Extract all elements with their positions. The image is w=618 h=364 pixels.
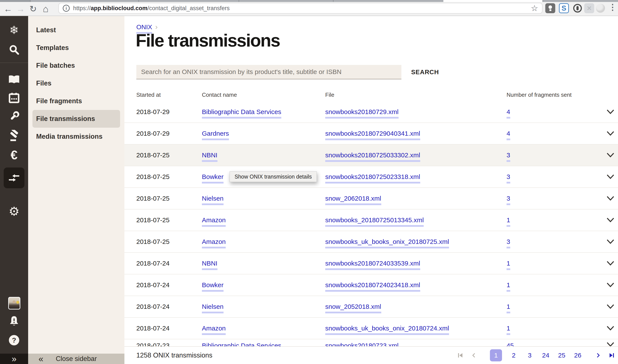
fragments-link[interactable]: 4 [507, 130, 510, 137]
pagination-page[interactable]: 3 [525, 352, 534, 359]
contact-link[interactable]: NBNI [202, 152, 218, 159]
file-link[interactable]: snowbooks_uk_books_onix_20180724.xml [325, 325, 449, 332]
close-sidebar-button[interactable]: « Close sidebar [28, 354, 124, 364]
contact-link[interactable]: Amazon [202, 216, 226, 224]
currency-euro-icon[interactable]: € [0, 148, 28, 161]
file-link[interactable]: snow_2052018.xml [325, 303, 381, 310]
forward-icon[interactable]: → [14, 5, 27, 13]
file-link[interactable]: snow_2062018.xml [325, 195, 381, 202]
reload-icon[interactable]: ↻ [27, 5, 39, 13]
fragments-link[interactable]: 3 [507, 238, 510, 246]
file-link[interactable]: snowbooks20180724023418.xml [325, 281, 420, 289]
contact-link[interactable]: Bibliographic Data Services [202, 342, 281, 347]
s-extension-icon[interactable]: S [559, 3, 569, 13]
notifications-bell-icon[interactable] [0, 316, 28, 327]
pagination-page-current[interactable]: 1 [490, 349, 502, 361]
fragments-link[interactable]: 4 [507, 108, 510, 116]
contact-link[interactable]: Amazon [202, 325, 226, 332]
user-avatar[interactable] [8, 297, 20, 310]
row-expand-button[interactable] [606, 326, 618, 331]
file-link[interactable]: snowbooks20180725033302.xml [325, 152, 420, 159]
swirl-extension-icon[interactable] [595, 3, 605, 13]
search-input[interactable] [136, 65, 401, 79]
pagination-pages: 123•••242526 [490, 349, 582, 361]
calendar-icon[interactable] [0, 92, 28, 104]
contact-link[interactable]: Nielsen [202, 303, 223, 310]
file-link[interactable]: snowbooks20180729040341.xml [325, 130, 420, 137]
url-text[interactable]: https://app.bibliocloud.com/contact_digi… [73, 5, 531, 12]
sidebar-item-templates[interactable]: Templates [32, 39, 120, 57]
sidebar-item-file-batches[interactable]: File batches [32, 57, 120, 75]
row-expand-button[interactable] [606, 239, 618, 244]
breadcrumb-onix-link[interactable]: ONIX [136, 23, 152, 31]
pagination-page[interactable]: 25 [557, 352, 566, 359]
pagination-page[interactable]: 26 [573, 352, 582, 359]
active-browser-tab[interactable] [443, 0, 542, 2]
file-link[interactable]: snowbooks_20180725013345.xml [325, 216, 424, 224]
contact-link[interactable]: NBNI [202, 260, 218, 267]
fragments-link[interactable]: 3 [507, 195, 510, 202]
browser-menu-icon[interactable]: ⋮ [608, 2, 617, 12]
pagination-page[interactable]: 24 [541, 352, 550, 359]
help-icon[interactable]: ? [0, 335, 28, 345]
disabled-extension-icon[interactable]: ✕ [584, 3, 594, 13]
sidebar-item-file-fragments[interactable]: File fragments [32, 92, 120, 110]
page-info-icon[interactable]: i [63, 5, 70, 12]
bookmark-star-icon[interactable]: ☆ [531, 3, 538, 13]
expand-sidebar-button[interactable]: » [0, 354, 28, 364]
pagination-last-icon[interactable] [608, 352, 615, 359]
contact-link[interactable]: Bowker [202, 281, 223, 289]
contact-link[interactable]: Amazon [202, 238, 226, 246]
keep-extension-icon[interactable] [545, 3, 555, 13]
sidebar-item-files[interactable]: Files [32, 75, 120, 92]
row-expand-button[interactable] [606, 342, 618, 347]
address-bar[interactable]: i https://app.bibliocloud.com/contact_di… [58, 3, 542, 14]
sidebar-item-file-transmissions[interactable]: File transmissions [32, 110, 120, 128]
pagination-first-icon[interactable] [457, 352, 464, 359]
home-icon[interactable]: ⌂ [39, 4, 52, 14]
transfers-icon[interactable] [0, 172, 28, 183]
contact-link[interactable]: Nielsen [202, 195, 223, 202]
onepassword-extension-icon[interactable] [573, 3, 582, 13]
fragments-link[interactable]: 1 [507, 325, 510, 332]
fragments-link[interactable]: 1 [507, 281, 510, 289]
settings-gear-icon[interactable]: ⚙ [0, 206, 28, 217]
search-icon[interactable] [0, 44, 28, 55]
book-icon[interactable] [0, 74, 28, 85]
back-icon[interactable]: ← [2, 5, 14, 13]
fragments-link[interactable]: 45 [507, 342, 514, 347]
row-expand-button[interactable] [606, 109, 618, 115]
file-link[interactable]: snowbooks20180725023318.xml [325, 173, 420, 181]
pagination-next-icon[interactable] [595, 352, 601, 359]
row-expand-button[interactable] [606, 174, 618, 179]
row-expand-button[interactable] [606, 196, 618, 201]
sidebar-item-media-transmissions[interactable]: Media transmissions [32, 128, 120, 145]
browser-tabstrip[interactable] [0, 0, 618, 2]
snowflake-logo-icon[interactable]: ❄ [0, 25, 28, 36]
row-expand-button[interactable] [606, 131, 618, 136]
fragments-link[interactable]: 3 [507, 152, 510, 159]
contact-link[interactable]: Bibliographic Data Services [202, 108, 281, 116]
pagination-prev-icon[interactable] [471, 352, 476, 359]
fragments-link[interactable]: 1 [507, 303, 510, 310]
gavel-icon[interactable] [0, 130, 28, 141]
row-expand-button[interactable] [606, 261, 618, 266]
row-expand-button[interactable] [606, 218, 618, 223]
row-expand-button[interactable] [606, 304, 618, 309]
contact-link[interactable]: Gardners [202, 130, 229, 137]
fragments-link[interactable]: 1 [507, 260, 510, 267]
file-link[interactable]: snowbooks20180724033539.xml [325, 260, 420, 267]
search-button[interactable]: SEARCH [411, 69, 439, 76]
row-expand-button[interactable] [606, 153, 618, 158]
file-link[interactable]: snowbooks20180729.xml [325, 108, 399, 116]
browser-tab[interactable] [0, 0, 30, 2]
file-link[interactable]: snowbooks20180723.xml [325, 342, 399, 347]
row-expand-button[interactable] [606, 282, 618, 288]
wrench-icon[interactable] [0, 111, 28, 122]
pagination-page[interactable]: 2 [509, 352, 518, 359]
sidebar-item-latest[interactable]: Latest [32, 21, 120, 39]
fragments-link[interactable]: 1 [507, 216, 510, 224]
file-link[interactable]: snowbooks_uk_books_onix_20180725.xml [325, 238, 449, 246]
contact-link[interactable]: Bowker [202, 173, 223, 181]
fragments-link[interactable]: 3 [507, 173, 510, 181]
